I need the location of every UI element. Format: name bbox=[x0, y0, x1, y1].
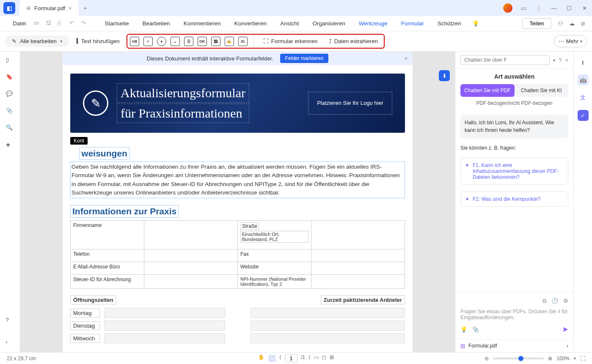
signature-field-icon[interactable]: ✍ bbox=[225, 37, 234, 46]
fullscreen-icon[interactable]: ⛶ bbox=[580, 356, 585, 361]
menu-comment[interactable]: Kommentieren bbox=[178, 18, 227, 29]
menu-view[interactable]: Ansicht bbox=[274, 18, 305, 29]
help-icon[interactable]: ? bbox=[6, 317, 14, 325]
date-field-icon[interactable]: 31 bbox=[238, 37, 248, 46]
open-icon[interactable]: 🗁 bbox=[34, 20, 41, 27]
field-steuer[interactable] bbox=[144, 275, 237, 289]
attached-file-chip[interactable]: ▤ Formular.pdf › bbox=[455, 339, 573, 352]
hand-tool-icon[interactable]: ✋ bbox=[258, 354, 264, 362]
menu-organize[interactable]: Organisieren bbox=[306, 18, 351, 29]
undo-icon[interactable]: ↶ bbox=[69, 20, 77, 27]
field-tel[interactable] bbox=[144, 249, 237, 262]
edit-all-button[interactable]: Alle bearbeiten bbox=[20, 38, 57, 44]
save-icon[interactable]: 🖫 bbox=[46, 20, 53, 27]
form-title-line1[interactable]: Aktualisierungsformular bbox=[117, 83, 249, 103]
field-provider-2[interactable] bbox=[251, 320, 405, 331]
share-button[interactable]: Teilen bbox=[522, 18, 551, 29]
chevron-down-icon[interactable]: ▾ bbox=[553, 58, 555, 63]
section-practice-title[interactable]: Informationen zur Praxis bbox=[70, 205, 179, 218]
checkbox-field-icon[interactable]: ✓ bbox=[143, 37, 153, 46]
ai-bot-icon[interactable]: 🤖 bbox=[578, 74, 589, 85]
close-tab-icon[interactable]: × bbox=[69, 5, 72, 11]
logo-placeholder[interactable]: Platzieren Sie Ihr Logo hier bbox=[308, 92, 392, 115]
text-field-icon[interactable]: AB bbox=[130, 37, 139, 46]
redo-icon[interactable]: ↷ bbox=[81, 20, 89, 27]
kebab-menu-icon[interactable]: ⋮ bbox=[534, 4, 543, 12]
label-web[interactable]: Website bbox=[238, 262, 311, 275]
menu-form[interactable]: Formular bbox=[395, 18, 430, 29]
label-fax[interactable]: Fax bbox=[238, 249, 311, 262]
suggestion-q2[interactable]: ✦F2. Was sind die Kernpunkte? bbox=[460, 192, 568, 207]
schedule-hours-title[interactable]: Öffnungszeiten bbox=[70, 296, 116, 304]
send-message-icon[interactable]: ➤ bbox=[562, 325, 568, 334]
notification-icon[interactable]: ⊘ bbox=[581, 20, 585, 27]
maximize-icon[interactable]: ☐ bbox=[565, 4, 573, 12]
chat-input-placeholder[interactable]: Fragen Sie etwas über PDFs. Drücken Sie … bbox=[460, 309, 568, 320]
collapse-sidebar-icon[interactable]: ‹ bbox=[6, 339, 14, 347]
search-icon[interactable]: 🔍 bbox=[6, 124, 14, 133]
toggle-chat-ai[interactable]: Chatten Sie mit KI bbox=[515, 84, 569, 97]
copy-icon[interactable]: ⧉ bbox=[542, 298, 546, 304]
chevron-right-icon[interactable]: › bbox=[567, 343, 568, 349]
listbox-field-icon[interactable]: ☰ bbox=[184, 37, 193, 46]
new-tab-button[interactable]: + bbox=[84, 5, 87, 11]
attachments-icon[interactable]: 📎 bbox=[6, 107, 14, 116]
button-field-icon[interactable]: OK bbox=[198, 37, 207, 46]
menu-edit[interactable]: Bearbeiten bbox=[137, 18, 176, 29]
extract-data-button[interactable]: ⤴ Daten extrahieren bbox=[325, 36, 381, 47]
check-badge-icon[interactable]: ✓ bbox=[578, 110, 589, 121]
panel-icon[interactable]: ▭ bbox=[519, 4, 528, 12]
app-logo-icon[interactable]: ◧ bbox=[3, 2, 15, 14]
lightbulb-icon[interactable]: 💡 bbox=[472, 20, 479, 27]
chevron-down-icon[interactable]: ▾ bbox=[574, 356, 576, 361]
view-mode-icon[interactable]: ⊞ bbox=[330, 354, 334, 362]
field-npi[interactable] bbox=[311, 275, 405, 289]
day-tuesday[interactable]: Dienstag bbox=[70, 321, 100, 330]
help-icon[interactable]: ? bbox=[559, 57, 562, 63]
label-strasse[interactable]: Straße bbox=[240, 222, 259, 230]
document-tab[interactable]: ⟱ Formular.pdf × bbox=[19, 0, 79, 16]
history-icon[interactable]: 🕐 bbox=[551, 298, 558, 304]
next-page-icon[interactable]: ⟩ bbox=[308, 354, 311, 362]
highlight-fields-button[interactable]: Felder markieren bbox=[280, 54, 329, 63]
label-tel[interactable]: Telefon bbox=[71, 249, 144, 262]
cloud-icon[interactable]: ☁ bbox=[569, 20, 575, 27]
close-panel-icon[interactable]: × bbox=[565, 57, 568, 63]
recognize-form-button[interactable]: ⛶ Formular erkennen bbox=[260, 36, 321, 47]
menu-file[interactable]: Datei bbox=[7, 18, 32, 29]
menu-convert[interactable]: Konvertieren bbox=[229, 18, 273, 29]
page-number-input[interactable] bbox=[285, 354, 297, 362]
field-wednesday[interactable] bbox=[104, 333, 225, 343]
add-text-button[interactable]: 𝐈 Text hinzufügen bbox=[72, 34, 123, 48]
comments-icon[interactable]: 💬 bbox=[6, 90, 14, 99]
section-instructions-title[interactable]: weisungen bbox=[79, 147, 129, 160]
more-button[interactable]: ⋯ Mehr ▾ bbox=[554, 35, 587, 47]
idea-icon[interactable]: 💡 bbox=[460, 326, 467, 333]
instructions-text[interactable]: Geben Sie nachfolgend alle Informationen… bbox=[70, 161, 405, 198]
banner-close-icon[interactable]: × bbox=[404, 55, 408, 62]
label-steuer[interactable]: Steuer-ID für Abrechnung bbox=[71, 275, 144, 289]
field-fax[interactable] bbox=[311, 249, 405, 262]
fit-width-icon[interactable]: ▭ bbox=[314, 354, 319, 362]
fit-page-icon[interactable]: ◻ bbox=[322, 354, 326, 362]
chevron-down-icon[interactable]: ▾ bbox=[60, 39, 62, 44]
dropdown-field-icon[interactable]: ⌄ bbox=[171, 37, 180, 46]
form-title-line2[interactable]: für Praxisinformationen bbox=[117, 104, 249, 123]
field-email[interactable] bbox=[144, 262, 237, 275]
settings-gear-icon[interactable]: ⚙ bbox=[563, 298, 568, 304]
field-strasse[interactable] bbox=[311, 221, 405, 249]
zoom-value[interactable]: 100% bbox=[556, 356, 570, 361]
download-floating-button[interactable]: ⬇ bbox=[439, 70, 450, 81]
thumbnails-icon[interactable]: ▯ bbox=[6, 57, 14, 65]
field-firma[interactable] bbox=[144, 221, 237, 249]
translate-icon[interactable]: 文 bbox=[578, 92, 589, 103]
schedule-providers-title[interactable]: Zurzeit paktizierende Anbieter bbox=[321, 296, 405, 304]
bookmarks-icon[interactable]: 🔖 bbox=[6, 74, 14, 82]
field-tuesday[interactable] bbox=[104, 320, 225, 331]
menu-tools[interactable]: Werkzeuge bbox=[353, 18, 394, 29]
layers-icon[interactable]: ◈ bbox=[6, 141, 14, 150]
label-email[interactable]: E-Mail-Adresse Büro bbox=[71, 262, 144, 275]
minimize-icon[interactable]: — bbox=[550, 4, 558, 12]
zoom-out-icon[interactable]: ⊖ bbox=[485, 356, 489, 361]
user-avatar[interactable] bbox=[503, 3, 512, 13]
